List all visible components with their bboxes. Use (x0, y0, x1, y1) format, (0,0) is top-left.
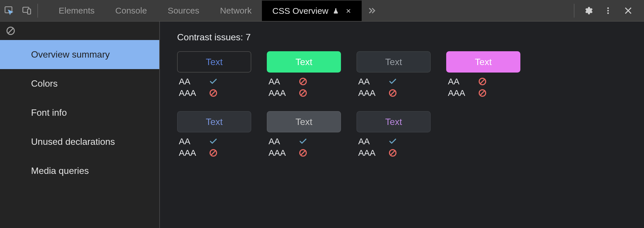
toolbar-left (0, 0, 41, 21)
tab-label: Network (220, 6, 252, 16)
more-tabs-button[interactable] (362, 6, 382, 16)
no-entry-icon (6, 26, 16, 36)
tab-elements[interactable]: Elements (48, 0, 105, 21)
contrast-swatch[interactable]: TextAAAAA (267, 111, 341, 158)
contrast-issues-title: Contrast issues: 7 (177, 32, 627, 43)
inspect-element-button[interactable] (0, 0, 18, 21)
rating-status-icon (388, 148, 397, 157)
svg-point-4 (607, 10, 609, 12)
contrast-swatch[interactable]: TextAAAAA (356, 51, 431, 98)
swatch-text: Text (475, 57, 492, 67)
close-icon (624, 6, 632, 15)
contrast-rating: AAA (358, 88, 397, 98)
contrast-rating: AAA (269, 88, 308, 98)
tab-network[interactable]: Network (210, 0, 262, 21)
close-devtools-button[interactable] (618, 0, 638, 21)
rating-status-icon (388, 88, 397, 98)
contrast-rating: AA (179, 77, 218, 86)
swatch-sample: Text (356, 111, 431, 132)
tab-label: CSS Overview (272, 6, 328, 16)
swatch-sample: Text (267, 51, 341, 73)
close-tab-button[interactable] (346, 8, 351, 14)
gear-icon (583, 6, 593, 16)
close-icon (346, 8, 351, 14)
inspect-icon (4, 5, 14, 16)
check-icon (388, 77, 397, 86)
no-entry-icon (209, 149, 218, 157)
rating-status-icon (209, 148, 218, 157)
swatch-sample: Text (446, 51, 520, 73)
sidebar-item-overview-summary[interactable]: Overview summary (0, 40, 159, 69)
toolbar-right (572, 0, 644, 21)
settings-button[interactable] (578, 0, 598, 21)
sidebar-item-unused-declarations[interactable]: Unused declarations (0, 127, 159, 156)
sidebar-item-font-info[interactable]: Font info (0, 98, 159, 127)
rating-label: AA (179, 136, 201, 146)
contrast-rating: AA (358, 77, 397, 86)
rating-status-icon (298, 137, 308, 146)
swatch-text: Text (206, 117, 223, 127)
swatch-ratings: AAAAA (356, 77, 397, 98)
swatch-ratings: AAAAA (446, 77, 487, 98)
no-entry-icon (299, 89, 307, 97)
swatch-row: TextAAAAATextAAAAATextAAAAA (177, 111, 627, 158)
swatch-ratings: AAAAA (177, 77, 218, 98)
device-toggle-button[interactable] (18, 0, 36, 21)
tab-sources[interactable]: Sources (157, 0, 210, 21)
rating-status-icon (209, 77, 218, 86)
rating-label: AA (358, 77, 381, 86)
swatch-sample: Text (177, 111, 251, 132)
contrast-rating: AAA (448, 88, 487, 98)
contrast-swatch[interactable]: TextAAAAA (177, 111, 251, 158)
tab-label: Sources (168, 6, 199, 16)
panel-tabs: Elements Console Sources Network CSS Ove… (48, 0, 362, 21)
device-icon (22, 5, 32, 16)
no-entry-icon (478, 89, 487, 97)
swatch-sample: Text (177, 51, 251, 73)
rating-label: AAA (358, 88, 381, 98)
title-count: 7 (246, 32, 251, 42)
devtools-tabbar: Elements Console Sources Network CSS Ove… (0, 0, 644, 22)
tab-label: Console (115, 6, 147, 16)
check-icon (388, 137, 397, 146)
contrast-swatch[interactable]: TextAAAAA (177, 51, 251, 98)
swatch-ratings: AAAAA (267, 77, 308, 98)
tab-css-overview[interactable]: CSS Overview (262, 0, 362, 21)
svg-rect-2 (28, 9, 31, 14)
rating-status-icon (388, 77, 397, 86)
no-entry-icon (209, 89, 218, 97)
contrast-swatch[interactable]: TextAAAAA (267, 51, 341, 98)
sidebar-item-media-queries[interactable]: Media queries (0, 156, 159, 185)
contrast-rating: AA (269, 77, 308, 86)
swatch-ratings: AAAAA (267, 136, 308, 158)
contrast-rating: AA (448, 77, 487, 86)
flask-icon (332, 7, 339, 14)
rating-label: AA (179, 77, 201, 86)
sidebar-item-colors[interactable]: Colors (0, 69, 159, 98)
contrast-swatch[interactable]: TextAAAAA (446, 51, 520, 98)
clear-overview-button[interactable] (6, 26, 16, 36)
contrast-swatches: TextAAAAATextAAAAATextAAAAATextAAAAAText… (177, 51, 627, 158)
contrast-rating: AA (358, 136, 397, 146)
title-prefix: Contrast issues: (177, 32, 246, 42)
contrast-rating: AA (269, 136, 308, 146)
contrast-swatch[interactable]: TextAAAAA (356, 111, 431, 158)
tab-console[interactable]: Console (105, 0, 157, 21)
more-options-button[interactable] (598, 0, 618, 21)
sidebar-item-label: Media queries (31, 166, 89, 176)
rating-status-icon (388, 137, 397, 146)
sidebar-items: Overview summary Colors Font info Unused… (0, 40, 159, 185)
contrast-rating: AAA (179, 88, 218, 98)
no-entry-icon (388, 149, 397, 157)
rating-label: AAA (448, 88, 470, 98)
chevron-double-right-icon (367, 6, 377, 16)
swatch-ratings: AAAAA (177, 136, 218, 158)
no-entry-icon (299, 77, 307, 86)
rating-status-icon (298, 148, 308, 157)
swatch-text: Text (296, 117, 313, 127)
swatch-row: TextAAAAATextAAAAATextAAAAATextAAAAA (177, 51, 627, 98)
panel-body: Overview summary Colors Font info Unused… (0, 22, 644, 228)
no-entry-icon (299, 149, 307, 157)
contrast-rating: AAA (358, 148, 397, 158)
swatch-text: Text (206, 57, 223, 67)
